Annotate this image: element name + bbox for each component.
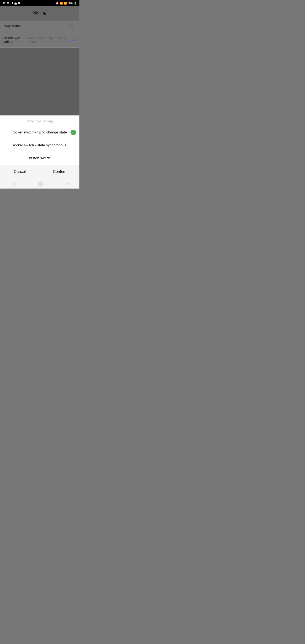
sheet-options: rocker switch - flip to change state ✓ r… bbox=[0, 126, 80, 165]
status-bar: 22:22 🗓 📩 🖼 ⏰ 📶 📶 80% 🔋 bbox=[0, 0, 80, 6]
option-rocker-sync-label: rocker switch - state synchronous bbox=[13, 143, 66, 148]
nav-home-icon[interactable]: ⬜ bbox=[38, 181, 43, 186]
confirm-button[interactable]: Confirm bbox=[40, 165, 80, 178]
bottom-sheet: switch type setting rocker switch - flip… bbox=[0, 116, 80, 178]
cancel-button[interactable]: Cancel bbox=[0, 165, 40, 178]
background-content: ← Setting relay status OFF › switch type… bbox=[0, 6, 80, 116]
top-bar: ← Setting bbox=[0, 6, 80, 19]
status-bar-left: 22:22 🗓 📩 🖼 bbox=[2, 2, 20, 5]
status-bar-right: ⏰ 📶 📶 80% 🔋 bbox=[56, 2, 77, 5]
alarm-icon: ⏰ bbox=[56, 2, 59, 5]
relay-chevron-icon: › bbox=[75, 24, 76, 28]
option-button-switch[interactable]: button switch bbox=[0, 152, 80, 165]
relay-status-label: relay status bbox=[4, 24, 21, 28]
status-icons: 🗓 📩 🖼 bbox=[11, 2, 20, 5]
switch-type-value: rocker switch - flip to change state ›◄ bbox=[29, 36, 76, 43]
option-rocker-flip-label: rocker switch - flip to change state bbox=[12, 130, 67, 134]
back-button[interactable]: ← bbox=[4, 10, 8, 16]
nav-bar: ||| ⬜ ‹ bbox=[0, 178, 80, 188]
nav-back-icon[interactable]: ‹ bbox=[66, 181, 68, 187]
option-rocker-sync[interactable]: rocker switch - state synchronous bbox=[0, 139, 80, 152]
settings-list: relay status OFF › switch type setti… ro… bbox=[0, 20, 80, 48]
dimmed-area bbox=[0, 48, 80, 116]
nav-menu-icon[interactable]: ||| bbox=[12, 182, 15, 186]
option-button-switch-label: button switch bbox=[29, 156, 50, 160]
battery-icon: 🔋 bbox=[74, 2, 77, 5]
switch-type-label: switch type setti… bbox=[4, 36, 29, 44]
wifi-icon: 📶 bbox=[60, 2, 63, 5]
switch-type-chevron-icon: ›◄ bbox=[72, 38, 76, 42]
sheet-title: switch type setting bbox=[0, 116, 80, 126]
option-rocker-flip[interactable]: rocker switch - flip to change state ✓ bbox=[0, 126, 80, 139]
status-time: 22:22 bbox=[2, 2, 10, 5]
switch-type-row[interactable]: switch type setti… rocker switch - flip … bbox=[0, 32, 80, 48]
battery-text: 80% bbox=[68, 2, 73, 5]
check-icon: ✓ bbox=[70, 130, 76, 135]
page-title: Setting bbox=[33, 10, 46, 15]
signal-icon: 📶 bbox=[64, 2, 67, 5]
relay-status-value: OFF › bbox=[67, 24, 76, 28]
sheet-actions: Cancel Confirm bbox=[0, 165, 80, 178]
relay-status-row[interactable]: relay status OFF › bbox=[0, 20, 80, 32]
